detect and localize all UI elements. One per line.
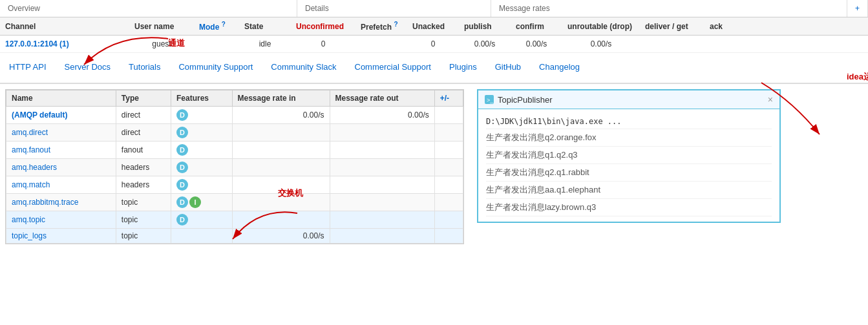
plus-button[interactable]: + — [847, 0, 868, 17]
annotation-idea: idea运行结果 — [847, 71, 868, 83]
mode-value — [194, 43, 239, 45]
exchange-row: topic_logstopic0.00/s — [6, 229, 463, 244]
svg-text:>_: >_ — [487, 97, 494, 103]
exchange-features: D — [171, 159, 232, 176]
confirm-value: 0.00/s — [511, 38, 562, 50]
unconfirmed-header: Unconfirmed — [291, 21, 355, 32]
exchange-name[interactable]: amq.direct — [6, 124, 116, 142]
exchange-action — [434, 159, 463, 176]
topic-line: 生产者发出消息lazy.brown.q3 — [486, 199, 772, 216]
exchange-name[interactable]: amq.match — [6, 176, 116, 194]
exchange-rate-in — [232, 124, 330, 142]
username-header: User name — [129, 21, 194, 32]
annotation-jiaohuan: 交换机 — [278, 187, 303, 199]
exchange-rate-in — [232, 142, 330, 159]
prefetch-question[interactable]: ? — [394, 21, 397, 28]
exchange-type: topic — [116, 211, 171, 229]
exchange-rate-in — [232, 159, 330, 176]
nav-commercial-support[interactable]: Commercial Support — [346, 58, 441, 78]
ack-value — [704, 43, 743, 45]
exchange-rate-in: 0.00/s — [232, 107, 330, 124]
section-headers: Overview Details Message rates + — [0, 0, 868, 17]
exchange-name[interactable]: amq.headers — [6, 159, 116, 176]
nav-plugins[interactable]: Plugins — [440, 58, 486, 78]
nav-github[interactable]: GitHub — [486, 58, 530, 78]
th-plus[interactable]: +/- — [434, 90, 463, 107]
exchange-action — [434, 124, 463, 142]
exchange-rate-out — [330, 124, 434, 142]
topic-title-text: TopicPublisher — [498, 95, 553, 105]
th-type: Type — [116, 90, 171, 107]
exchange-row: (AMQP default)directD0.00/s0.00/s — [6, 107, 463, 124]
state-header: State — [239, 21, 291, 32]
unacked-value: 0 — [407, 38, 459, 50]
topic-line: D:\JDK\jdk11\bin\java.exe ... — [486, 114, 772, 129]
column-headers: Channel User name Mode ? State Unconfirm… — [0, 17, 868, 36]
confirm-header: confirm — [511, 21, 562, 32]
exchange-type: direct — [116, 124, 171, 142]
publish-header: publish — [459, 21, 511, 32]
unroutable-header: unroutable (drop) — [562, 21, 640, 32]
exchange-rate-out — [330, 176, 434, 194]
nav-community-support[interactable]: Community Support — [169, 58, 262, 78]
prefetch-header: Prefetch ? — [355, 19, 407, 33]
unacked-header: Unacked — [407, 21, 459, 32]
watermark: CSDN @ClimberZheng — [794, 248, 868, 249]
exchange-type: topic — [116, 194, 171, 211]
exchange-name[interactable]: amq.topic — [6, 211, 116, 229]
exchange-row: amq.rabbitmq.tracetopicDI — [6, 194, 463, 211]
details-section: Details — [297, 0, 491, 17]
exchange-action — [434, 194, 463, 211]
exchange-action — [434, 107, 463, 124]
exchange-rate-in: 0.00/s — [232, 229, 330, 244]
exchange-type: topic — [116, 229, 171, 244]
prefetch-value — [355, 43, 407, 45]
nav-community-slack[interactable]: Community Slack — [262, 58, 345, 78]
exchange-row: amq.matchheadersD — [6, 176, 463, 194]
exchange-features: DI — [171, 194, 232, 211]
topic-close-button[interactable]: × — [768, 94, 773, 105]
channel-row: 127.0.0.1:2104 (1) guest idle 0 0 0.00/s… — [0, 36, 868, 53]
topic-panel-title: >_ TopicPublisher — [485, 95, 553, 105]
mode-label: Mode — [199, 23, 219, 32]
exchange-rate-out: 0.00/s — [330, 107, 434, 124]
exchange-name[interactable]: topic_logs — [6, 229, 116, 244]
exchange-name[interactable]: amq.fanout — [6, 142, 116, 159]
nav-changelog[interactable]: Changelog — [530, 58, 589, 78]
exchange-action — [434, 211, 463, 229]
ack-header: ack — [704, 21, 743, 32]
topic-panel: >_ TopicPublisher × D:\JDK\jdk11\bin\jav… — [477, 89, 781, 223]
exchange-rate-in — [232, 211, 330, 229]
unconfirmed-value: 0 — [291, 38, 355, 50]
message-rates-section: Message rates — [491, 0, 847, 17]
topic-panel-header: >_ TopicPublisher × — [478, 90, 779, 109]
exchange-type: fanout — [116, 142, 171, 159]
exchanges-table: Name Type Features Message rate in Messa… — [5, 89, 464, 244]
overview-section: Overview — [0, 0, 297, 17]
exchange-name[interactable]: (AMQP default) — [6, 107, 116, 124]
nav-server-docs[interactable]: Server Docs — [56, 58, 120, 78]
nav-bar: HTTP API Server Docs Tutorials Community… — [0, 53, 868, 84]
exchanges-header-row: Name Type Features Message rate in Messa… — [6, 90, 463, 107]
th-name: Name — [6, 90, 116, 107]
exchange-action — [434, 142, 463, 159]
exchange-name[interactable]: amq.rabbitmq.trace — [6, 194, 116, 211]
main-area: Name Type Features Message rate in Messa… — [0, 84, 868, 249]
exchange-features: D — [171, 142, 232, 159]
channel-value[interactable]: 127.0.0.1:2104 (1) — [0, 38, 129, 50]
exchange-action — [434, 229, 463, 244]
unroutable-value: 0.00/s — [562, 38, 640, 50]
nav-tutorials[interactable]: Tutorials — [120, 58, 169, 78]
th-rate-out: Message rate out — [330, 90, 434, 107]
topic-line: 生产者发出消息q1.q2.q3 — [486, 147, 772, 164]
nav-http-api[interactable]: HTTP API — [0, 58, 56, 78]
th-rate-in: Message rate in — [232, 90, 330, 107]
exchange-row: amq.topictopicD — [6, 211, 463, 229]
deliver-header: deliver / get — [640, 21, 704, 32]
topic-line: 生产者发出消息aa.q1.elephant — [486, 182, 772, 199]
exchange-rate-out — [330, 142, 434, 159]
mode-question[interactable]: ? — [222, 21, 226, 28]
exchange-features: D — [171, 124, 232, 142]
state-value: idle — [239, 38, 291, 50]
topic-line: 生产者发出消息q2.orange.fox — [486, 129, 772, 147]
